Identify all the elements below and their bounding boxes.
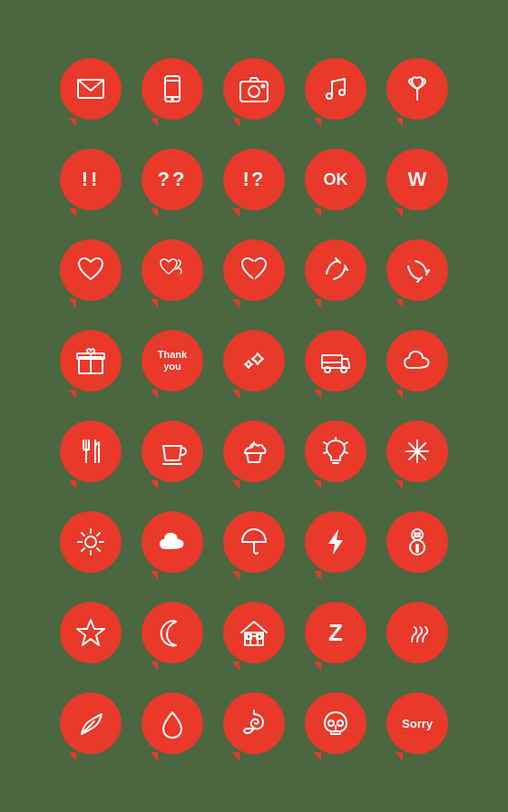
cup-icon [156,435,189,468]
cell-flower[interactable] [376,44,458,134]
cell-arrows-up[interactable] [295,225,376,315]
cell-sorry[interactable]: Sorry [376,678,458,768]
cell-ok[interactable]: OK [295,134,376,225]
cell-leaf[interactable] [50,678,132,768]
bubble-house [223,602,285,663]
w-label: W [408,169,427,189]
bubble-skull [305,692,366,754]
svg-point-56 [337,720,343,726]
icon-grid: !! ?? !? OK W [41,34,467,778]
mail-icon [74,72,107,105]
cell-sun[interactable] [50,497,132,587]
sorry-label: Sorry [402,718,433,730]
broken-heart-icon [238,254,270,286]
cell-exclaim2[interactable]: !! [50,134,132,225]
cell-exclaim-q[interactable]: !? [213,134,295,225]
cell-broken-heart[interactable] [213,225,295,315]
bubble-mail [60,58,122,120]
svg-point-55 [328,720,334,726]
cell-phone[interactable] [132,44,213,134]
bubble-sorry: Sorry [386,692,448,754]
thank-you-label: Thankyou [158,349,187,372]
skull-icon [319,707,352,740]
leaf-icon [74,707,107,740]
cell-star[interactable] [50,587,132,678]
exclaim-q-label: !? [243,169,266,189]
bubble-star [60,602,122,663]
drop-icon [156,707,189,740]
bubble-sun [60,511,122,573]
bubble-sparkle [223,330,285,392]
moon-icon [156,616,189,649]
svg-point-14 [325,367,330,372]
cell-umbrella[interactable] [213,497,295,587]
svg-line-26 [345,452,347,453]
steam-icon [401,616,434,649]
bubble-camera [223,58,285,120]
music-icon [319,72,352,105]
bubble-broken-heart [223,239,285,301]
bubble-hearts2 [142,239,203,301]
cell-lightbulb[interactable] [295,406,376,497]
asterisk-icon [401,435,434,468]
bubble-drop [142,692,203,754]
cell-house[interactable] [213,587,295,678]
truck-icon [319,344,352,377]
svg-line-23 [345,442,347,444]
bubble-leaf [60,692,122,754]
cell-arrows-down[interactable] [376,225,458,315]
cell-lightning[interactable] [295,497,376,587]
bubble-cloud [142,511,203,573]
cell-music[interactable] [295,44,376,134]
cell-skull[interactable] [295,678,376,768]
lightning-icon [319,526,352,558]
cell-moon[interactable] [132,587,213,678]
svg-line-37 [97,548,100,551]
svg-line-36 [82,533,84,536]
cell-steam[interactable] [376,587,458,678]
cell-hearts2[interactable] [132,225,213,315]
cell-sparkle[interactable] [213,315,295,406]
cell-z[interactable]: Z [295,587,376,678]
cell-asterisk[interactable] [376,406,458,497]
cell-cloud[interactable] [132,497,213,587]
snowman-icon [401,526,434,558]
gift-icon [74,344,107,377]
cell-drop[interactable] [132,678,213,768]
svg-marker-48 [77,620,104,645]
bubble-asterisk [386,420,448,482]
bubble-truck [305,330,366,392]
cell-gift[interactable] [50,315,132,406]
svg-point-7 [262,85,265,88]
cell-camera[interactable] [213,44,295,134]
cell-mail[interactable] [50,44,132,134]
bubble-music [305,58,366,120]
umbrella-icon [238,526,270,558]
cupcake-icon [238,435,270,468]
exclaim2-label: !! [82,169,101,189]
cell-snowman[interactable] [376,497,458,587]
bubble-steam [386,602,448,663]
cell-cup[interactable] [132,406,213,497]
cloud-icon [156,526,189,558]
cell-cupcake[interactable] [213,406,295,497]
cell-utensils[interactable] [50,406,132,497]
svg-point-9 [339,90,345,95]
bubble-exclaim-q: !? [223,149,285,210]
hearts2-icon [156,254,189,286]
cell-swirl[interactable] [213,678,295,768]
cell-cloud-shape[interactable] [376,315,458,406]
cell-question2[interactable]: ?? [132,134,213,225]
svg-rect-52 [257,634,261,639]
bubble-umbrella [223,511,285,573]
svg-point-4 [171,99,173,101]
cell-w[interactable]: W [376,134,458,225]
cell-truck[interactable] [295,315,376,406]
svg-point-46 [416,547,418,549]
bubble-ok: OK [305,149,366,210]
sun-icon [74,526,107,558]
cell-heart[interactable] [50,225,132,315]
bubble-swirl [223,692,285,754]
camera-icon [238,72,270,105]
cell-thank-you[interactable]: Thankyou [132,315,213,406]
